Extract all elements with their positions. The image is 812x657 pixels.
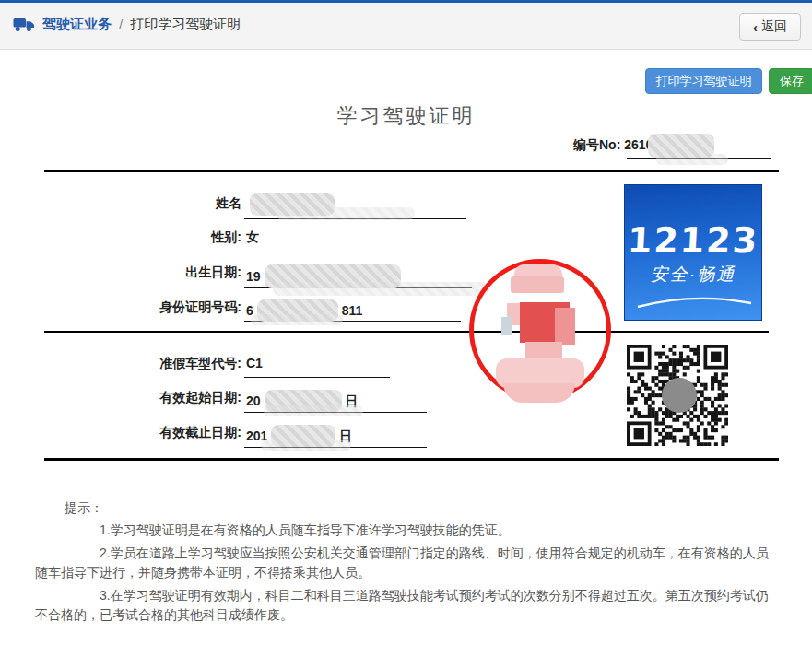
certificate-middle-divider: [44, 331, 769, 333]
chevron-left-icon: ‹: [753, 19, 758, 35]
gender-label: 性别:: [0, 229, 241, 246]
top-accent-line: [0, 0, 812, 3]
valid-start-prefix: 20: [246, 393, 261, 408]
save-button[interactable]: 保存: [769, 68, 812, 94]
breadcrumb-separator: /: [119, 17, 123, 32]
serial-label: 编号No:: [573, 137, 620, 152]
back-button[interactable]: ‹ 返回: [739, 13, 801, 41]
app-12123-logo: 12123 安全·畅通: [624, 184, 762, 321]
tip-item-1: 1.学习驾驶证明是在有资格的人员随车指导下准许学习驾驶技能的凭证。: [35, 521, 780, 540]
breadcrumb: 驾驶证业务 / 打印学习驾驶证明: [13, 16, 241, 33]
certificate-top-border: [44, 170, 779, 172]
tip-item-2: 2.学员在道路上学习驾驶应当按照公安机关交通管理部门指定的路线、时间，使用符合规…: [35, 544, 780, 582]
stamp-pixel-block: [555, 308, 575, 345]
stamp-pixel-block: [520, 302, 570, 343]
serial-number: 编号No: 2610: [573, 137, 653, 154]
birth-date-label: 出生日期:: [0, 264, 241, 281]
name-label: 姓名: [0, 195, 241, 212]
gender-underline: [244, 252, 314, 252]
stamp-pixel-block: [525, 342, 562, 361]
birth-date-visible: 19: [246, 269, 261, 284]
vehicle-type-underline: [244, 377, 390, 378]
valid-start-label: 有效起始日期:: [0, 390, 241, 406]
name-redaction-shadow: [277, 207, 415, 220]
logo-number: 12123: [624, 220, 762, 261]
breadcrumb-current: 打印学习驾驶证明: [130, 16, 241, 33]
id-redaction-shadow: [251, 314, 343, 325]
truck-icon: [13, 16, 35, 33]
stamp-pixel-block: [496, 358, 584, 388]
end-redaction-shadow: [261, 440, 351, 451]
gender-value: 女: [246, 229, 259, 246]
logo-arc-decoration: [625, 288, 763, 312]
vehicle-type-label: 准假车型代号:: [0, 356, 241, 372]
valid-end-label: 有效截止日期:: [0, 425, 241, 441]
start-redaction-shadow: [264, 405, 363, 416]
stamp-pixel-block: [503, 383, 575, 403]
qr-code-canvas: [627, 345, 728, 446]
page-header: 驾驶证业务 / 打印学习驾驶证明 ‹ 返回: [0, 3, 812, 50]
stamp-pixel-block: [501, 317, 512, 335]
back-button-label: 返回: [761, 18, 787, 35]
stamp-pixel-block: [514, 264, 562, 278]
certificate-title: 学习驾驶证明: [0, 102, 812, 130]
id-number-suffix: 811: [342, 303, 363, 318]
vehicle-type-value: C1: [246, 356, 263, 370]
id-number-label: 身份证明号码:: [0, 299, 241, 316]
stamp-pixel-block: [507, 303, 536, 325]
stamp-pixel-block: [511, 276, 564, 293]
logo-slogan: 安全·畅通: [625, 263, 761, 287]
tips-heading: 提示：: [35, 499, 780, 518]
birth-redaction-shadow: [273, 282, 489, 296]
breadcrumb-root[interactable]: 驾驶证业务: [42, 16, 112, 33]
serial-redaction-shadow: [656, 154, 728, 165]
print-certificate-button[interactable]: 打印学习驾驶证明: [645, 68, 762, 94]
qr-code: [627, 345, 728, 448]
certificate-bottom-border: [44, 458, 779, 461]
red-seal-stamp: [469, 259, 611, 401]
tip-item-3: 3.在学习驾驶证明有效期内，科目二和科目三道路驾驶技能考试预约考试的次数分别不得…: [35, 586, 780, 625]
tips-section: 提示： 1.学习驾驶证明是在有资格的人员随车指导下准许学习驾驶技能的凭证。 2.…: [35, 499, 780, 628]
